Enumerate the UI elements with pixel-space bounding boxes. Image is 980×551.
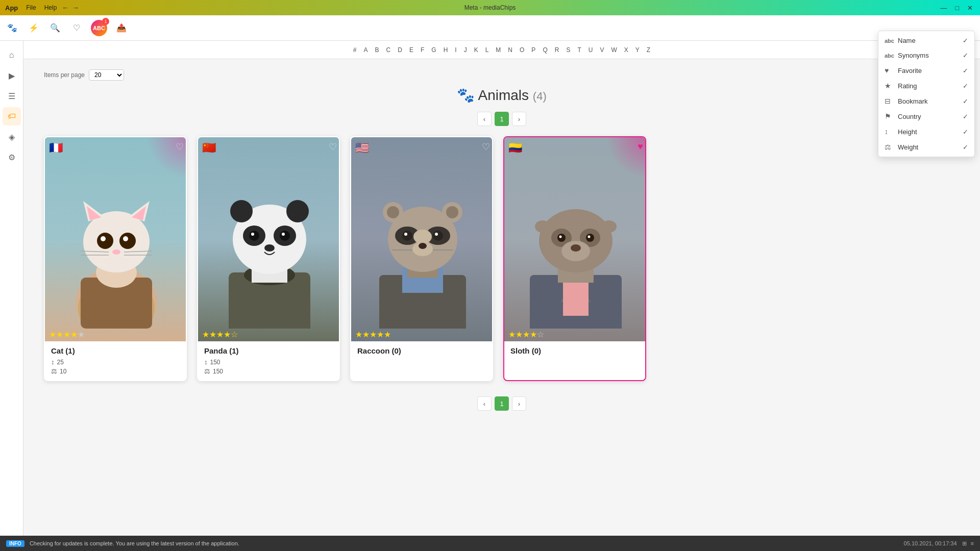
- sidebar-item-tags[interactable]: 🏷: [3, 107, 21, 126]
- panda-meta: ↕ 150 ⚖ 150: [204, 358, 333, 375]
- alpha-i[interactable]: I: [453, 45, 458, 55]
- alpha-x[interactable]: X: [623, 45, 630, 55]
- items-per-page-control: Items per page 10 20 50 100: [44, 69, 960, 81]
- bookmark-check: ✓: [963, 97, 968, 105]
- alpha-u[interactable]: U: [587, 45, 595, 55]
- alpha-s[interactable]: S: [565, 45, 572, 55]
- minimize-button[interactable]: —: [938, 4, 949, 12]
- synonyms-check: ✓: [963, 52, 968, 59]
- alpha-k[interactable]: K: [473, 45, 480, 55]
- nav-forward-button[interactable]: →: [72, 4, 79, 12]
- menu-item-rating[interactable]: ★ Rating ✓: [878, 78, 974, 93]
- export-icon[interactable]: 📤: [114, 21, 129, 35]
- menu-weight-label: Weight: [898, 143, 959, 151]
- menu-rating-label: Rating: [898, 82, 959, 90]
- alpha-g[interactable]: G: [430, 45, 437, 55]
- menu-item-synonyms[interactable]: abc Synonyms ✓: [878, 48, 974, 63]
- alpha-z[interactable]: Z: [645, 45, 652, 55]
- menu-favorite-label: Favorite: [898, 67, 959, 74]
- alpha-l[interactable]: L: [484, 45, 491, 55]
- country-menu-icon: ⚑: [885, 112, 894, 120]
- alpha-r[interactable]: R: [553, 45, 561, 55]
- cat-stars: ★★★★★: [49, 330, 85, 339]
- raccoon-flag: 🇺🇸: [355, 141, 369, 155]
- cat-weight-row: ⚖ 10: [51, 367, 180, 375]
- alpha-j[interactable]: J: [462, 45, 469, 55]
- alpha-y[interactable]: Y: [634, 45, 641, 55]
- nav-back-button[interactable]: ←: [62, 4, 69, 12]
- cards-grid: 🇫🇷 ♡: [44, 136, 960, 381]
- page-title-icon: 🐾: [457, 87, 478, 103]
- name-check: ✓: [963, 37, 968, 44]
- maximize-button[interactable]: □: [953, 4, 961, 12]
- animal-card-sloth[interactable]: 🇨🇴 ♥: [503, 136, 646, 381]
- alpha-a[interactable]: A: [362, 45, 370, 55]
- sloth-heart[interactable]: ♥: [638, 141, 643, 152]
- alpha-h[interactable]: H: [442, 45, 450, 55]
- filter-icon[interactable]: ⚡: [27, 21, 41, 35]
- panda-height-row: ↕ 150: [204, 358, 333, 366]
- status-icon-2: ≡: [971, 540, 974, 547]
- name-menu-icon: abc: [885, 38, 894, 44]
- height-check: ✓: [963, 128, 968, 136]
- alpha-o[interactable]: O: [518, 45, 526, 55]
- page-count: (4): [533, 90, 547, 103]
- alpha-b[interactable]: B: [374, 45, 381, 55]
- svg-point-45: [435, 233, 438, 236]
- sidebar-item-video[interactable]: ▶: [3, 66, 21, 85]
- alpha-c[interactable]: C: [385, 45, 393, 55]
- alpha-f[interactable]: F: [419, 45, 426, 55]
- menu-synonyms-label: Synonyms: [898, 52, 959, 59]
- paw-icon[interactable]: 🐾: [5, 21, 19, 35]
- prev-page-button-bottom[interactable]: ‹: [477, 396, 492, 411]
- search-icon[interactable]: 🔍: [48, 21, 62, 35]
- rating-menu-icon: ★: [885, 82, 894, 90]
- sidebar-item-list[interactable]: ☰: [3, 87, 21, 105]
- cat-meta: ↕ 25 ⚖ 10: [51, 358, 180, 375]
- page-1-button-bottom[interactable]: 1: [495, 396, 509, 411]
- svg-point-40: [387, 206, 399, 218]
- animal-card-cat[interactable]: 🇫🇷 ♡: [44, 136, 187, 381]
- animal-card-panda[interactable]: 🇨🇳 ♡: [197, 136, 340, 381]
- next-page-button-bottom[interactable]: ›: [512, 396, 526, 411]
- alpha-m[interactable]: M: [494, 45, 502, 55]
- menu-item-favorite[interactable]: ♥ Favorite ✓: [878, 63, 974, 78]
- alpha-p[interactable]: P: [530, 45, 537, 55]
- alpha-t[interactable]: T: [576, 45, 582, 55]
- raccoon-heart[interactable]: ♡: [482, 141, 490, 153]
- cat-heart[interactable]: ♡: [176, 141, 184, 153]
- menu-item-country[interactable]: ⚑ Country ✓: [878, 109, 974, 124]
- status-icons: ⊞ ≡: [962, 540, 974, 547]
- page-1-button[interactable]: 1: [495, 112, 509, 126]
- alpha-d[interactable]: D: [396, 45, 404, 55]
- sidebar-item-home[interactable]: ⌂: [3, 46, 21, 64]
- sidebar-item-labels[interactable]: ◈: [3, 128, 21, 146]
- alpha-n[interactable]: N: [506, 45, 514, 55]
- menu-item-height[interactable]: ↕ Height ✓: [878, 124, 974, 139]
- panda-heart[interactable]: ♡: [329, 141, 337, 153]
- avatar-update-btn[interactable]: ABC 1: [91, 20, 107, 36]
- next-page-button[interactable]: ›: [512, 112, 526, 126]
- menu-name-label: Name: [898, 37, 959, 44]
- animal-card-raccoon[interactable]: 🇺🇸 ♡: [350, 136, 493, 381]
- alpha-w[interactable]: W: [609, 45, 618, 55]
- close-button[interactable]: ✕: [965, 4, 975, 12]
- alpha-q[interactable]: Q: [541, 45, 549, 55]
- alpha-hash[interactable]: #: [352, 45, 358, 55]
- items-per-page-select[interactable]: 10 20 50 100: [89, 69, 124, 81]
- sloth-portrait: 🇨🇴 ♥: [504, 137, 646, 341]
- favorite-icon[interactable]: ♡: [69, 21, 84, 35]
- main-content: Items per page 10 20 50 100 🐾 Animals (4…: [23, 59, 980, 536]
- svg-point-27: [280, 231, 290, 241]
- menu-help[interactable]: Help: [44, 4, 57, 11]
- prev-page-button[interactable]: ‹: [477, 112, 492, 126]
- statusbar: INFO Checking for updates is complete. Y…: [0, 536, 980, 551]
- menu-item-weight[interactable]: ⚖ Weight ✓: [878, 139, 974, 155]
- sloth-stars: ★★★★☆: [508, 330, 544, 339]
- alpha-e[interactable]: E: [408, 45, 415, 55]
- menu-item-bookmark[interactable]: ⊟ Bookmark ✓: [878, 93, 974, 109]
- sidebar-item-settings[interactable]: ⚙: [3, 148, 21, 166]
- alpha-v[interactable]: V: [598, 45, 605, 55]
- menu-item-name[interactable]: abc Name ✓: [878, 33, 974, 48]
- menu-file[interactable]: File: [26, 4, 36, 11]
